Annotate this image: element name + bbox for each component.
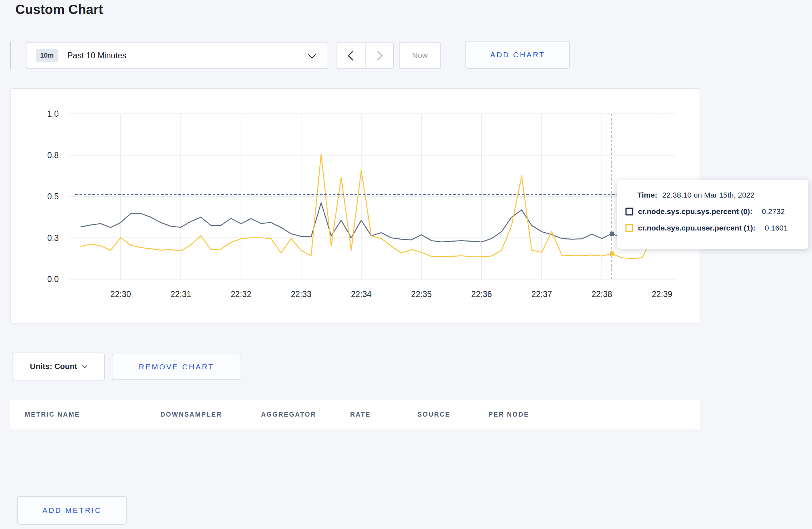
chart-card: 1.00.80.50.30.022:3022:3122:3222:3322:34… [10, 88, 700, 324]
hover-marker [610, 251, 614, 256]
remove-chart-button[interactable]: REMOVE CHART [112, 354, 241, 380]
chart-canvas[interactable]: 1.00.80.50.30.022:3022:3122:3222:3322:34… [11, 89, 701, 324]
tooltip-series-value: 0.1601 [765, 224, 788, 232]
time-range-select[interactable]: 10m Past 10 Minutes [26, 42, 328, 69]
column-header: SOURCE [417, 400, 450, 429]
add-chart-button[interactable]: ADD CHART [465, 41, 570, 69]
column-header: DOWNSAMPLER [160, 400, 222, 429]
x-tick-label: 22:37 [531, 290, 552, 299]
y-tick-label: 0.3 [47, 233, 59, 243]
chart-tooltip: Time: 22:38:10 on Mar 15th, 2022 cr.node… [617, 180, 808, 249]
sys-series-swatch-icon [625, 208, 633, 215]
chevron-down-icon [82, 363, 88, 368]
tooltip-series-label: cr.node.sys.cpu.sys.percent (0): [638, 207, 753, 216]
x-tick-label: 22:33 [291, 290, 311, 299]
y-tick-label: 0.0 [47, 275, 59, 284]
y-tick-label: 0.8 [47, 151, 59, 160]
column-header: RATE [350, 400, 371, 429]
time-range-label: Past 10 Minutes [67, 51, 126, 60]
x-tick-label: 22:31 [170, 290, 191, 299]
user-series-swatch-icon [625, 224, 633, 232]
now-button[interactable]: Now [399, 42, 441, 69]
custom-chart-page: { "page": {"title": "Custom Chart"}, "to… [0, 0, 812, 529]
tooltip-time-value: 22:38:10 on Mar 15th, 2022 [662, 191, 755, 199]
metrics-table-header: METRIC NAMEDOWNSAMPLERAGGREGATORRATESOUR… [10, 400, 700, 429]
x-tick-label: 22:39 [652, 290, 672, 299]
x-tick-label: 22:30 [110, 290, 131, 299]
page-title: Custom Chart [15, 2, 103, 17]
time-window-nav [337, 42, 394, 69]
chevron-left-icon [348, 51, 357, 60]
tooltip-time-label: Time: [637, 191, 657, 199]
chevron-right-icon [373, 51, 383, 60]
hover-marker [610, 232, 614, 236]
x-tick-label: 22:36 [471, 290, 492, 299]
units-label: Units: Count [30, 362, 77, 371]
units-select[interactable]: Units: Count [12, 353, 105, 380]
series-line-1 [81, 154, 662, 259]
x-tick-label: 22:34 [351, 290, 372, 299]
column-header: PER NODE [488, 400, 529, 429]
y-tick-label: 0.5 [47, 192, 59, 201]
y-tick-label: 1.0 [47, 109, 59, 118]
prev-window-button[interactable] [337, 43, 365, 68]
x-tick-label: 22:38 [591, 290, 612, 299]
tooltip-series-label: cr.node.sys.cpu.user.percent (1): [638, 224, 755, 232]
tooltip-series-value: 0.2732 [762, 207, 785, 216]
x-tick-label: 22:35 [411, 290, 432, 299]
column-header: METRIC NAME [25, 400, 80, 429]
toolbar-divider [10, 42, 11, 69]
add-metric-button[interactable]: ADD METRIC [17, 496, 127, 525]
next-window-button[interactable] [365, 43, 393, 68]
x-tick-label: 22:32 [231, 290, 251, 299]
chevron-down-icon [308, 51, 316, 58]
time-scale-badge: 10m [36, 49, 58, 62]
column-header: AGGREGATOR [261, 400, 316, 429]
